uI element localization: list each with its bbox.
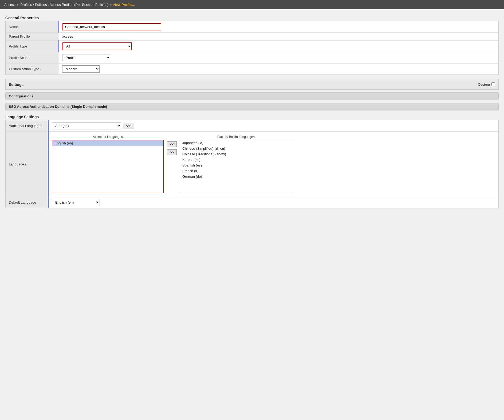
general-properties-table: Name Parent Profile access Profile Type … xyxy=(5,21,499,75)
settings-right: Custom xyxy=(478,82,495,86)
customization-type-select[interactable]: Modern Standard xyxy=(62,65,100,73)
additional-languages-select[interactable]: Afar (aa) Abkhazian (ab) Avestan (ae) Af… xyxy=(52,122,121,129)
breadcrumb-arrow-2: » xyxy=(110,3,112,7)
accepted-languages-title: Accepted Languages xyxy=(93,135,123,139)
general-properties-header: General Properties xyxy=(5,14,499,21)
list-item[interactable]: Korean (ko) xyxy=(180,157,292,163)
accepted-languages-listbox[interactable]: English (en) xyxy=(52,140,164,193)
profile-scope-value-cell: Profile Global Named xyxy=(59,52,499,64)
custom-checkbox[interactable] xyxy=(491,82,495,86)
languages-value-cell: Accepted Languages English (en) << >> Fa… xyxy=(48,132,499,197)
parent-profile-row: Parent Profile access xyxy=(6,33,499,41)
breadcrumb-active: New Profile... xyxy=(113,3,135,7)
sso-bar: SSO Across Authentication Domains (Singl… xyxy=(5,103,499,110)
profile-type-value-cell: All LTM-APM SSO SSL-VPN RDG-RAP xyxy=(59,41,499,52)
name-input[interactable] xyxy=(62,23,161,30)
profile-type-row: Profile Type All LTM-APM SSO SSL-VPN RDG… xyxy=(6,41,499,52)
name-label: Name xyxy=(6,21,59,33)
move-right-button[interactable]: >> xyxy=(167,149,177,155)
parent-profile-value: access xyxy=(59,33,499,41)
profile-scope-label: Profile Scope xyxy=(6,52,59,64)
parent-profile-label: Parent Profile xyxy=(6,33,59,41)
list-item[interactable]: Japanese (ja) xyxy=(180,140,292,146)
language-settings-table: Additional Languages Afar (aa) Abkhazian… xyxy=(5,120,499,208)
add-language-button[interactable]: Add xyxy=(123,123,134,129)
list-item[interactable]: English (en) xyxy=(52,140,163,146)
customization-type-label: Customization Type xyxy=(6,64,59,75)
factory-languages-listbox[interactable]: Japanese (ja) Chinese (Simplified) (zh-c… xyxy=(180,140,292,193)
name-row: Name xyxy=(6,21,499,33)
breadcrumb-access: Access xyxy=(4,3,15,7)
breadcrumb-arrow-1: » xyxy=(17,3,19,7)
factory-languages-title: Factory BuiltIn Languages xyxy=(217,135,254,139)
list-item[interactable]: French (fr) xyxy=(180,168,292,174)
breadcrumb-bar: Access » Profiles / Policies : Access Pr… xyxy=(0,0,504,9)
default-language-label: Default Language xyxy=(6,197,48,208)
languages-label: Languages xyxy=(6,132,48,197)
customization-type-value-cell: Modern Standard xyxy=(59,64,499,75)
name-value-cell xyxy=(59,21,499,33)
default-language-select[interactable]: English (en) Japanese (ja) French (fr) G… xyxy=(52,199,100,206)
breadcrumb-policies: Profiles / Policies : Access Profiles (P… xyxy=(21,3,108,7)
list-item[interactable]: German (de) xyxy=(180,174,292,179)
additional-languages-label: Additional Languages xyxy=(6,120,48,132)
list-item[interactable]: Spanish (es) xyxy=(180,163,292,168)
profile-scope-row: Profile Scope Profile Global Named xyxy=(6,52,499,64)
list-arrows: << >> xyxy=(164,141,180,155)
custom-label: Custom xyxy=(478,82,490,86)
list-item[interactable]: Chinese (Simplified) (zh-cn) xyxy=(180,146,292,151)
language-settings-header: Language Settings xyxy=(5,113,499,120)
additional-languages-value-cell: Afar (aa) Abkhazian (ab) Avestan (ae) Af… xyxy=(48,120,499,132)
settings-header: Settings xyxy=(9,81,23,88)
languages-row: Languages Accepted Languages English (en… xyxy=(6,132,499,197)
profile-type-select[interactable]: All LTM-APM SSO SSL-VPN RDG-RAP xyxy=(62,42,132,50)
additional-languages-row: Additional Languages Afar (aa) Abkhazian… xyxy=(6,120,499,132)
customization-type-row: Customization Type Modern Standard xyxy=(6,64,499,75)
list-item[interactable]: Chinese (Traditional) (zh-tw) xyxy=(180,151,292,157)
accepted-languages-wrapper: Accepted Languages English (en) xyxy=(52,135,164,193)
configurations-bar: Configurations xyxy=(5,92,499,100)
default-language-value-cell: English (en) Japanese (ja) French (fr) G… xyxy=(48,197,499,208)
settings-row: Settings Custom xyxy=(5,79,499,90)
factory-languages-wrapper: Factory BuiltIn Languages Japanese (ja) … xyxy=(180,135,292,193)
profile-type-label: Profile Type xyxy=(6,41,59,52)
dual-list-container: Accepted Languages English (en) << >> Fa… xyxy=(52,133,495,195)
move-left-button[interactable]: << xyxy=(167,141,177,147)
main-content: General Properties Name Parent Profile a… xyxy=(0,9,504,217)
profile-scope-select[interactable]: Profile Global Named xyxy=(62,54,110,61)
default-language-row: Default Language English (en) Japanese (… xyxy=(6,197,499,208)
